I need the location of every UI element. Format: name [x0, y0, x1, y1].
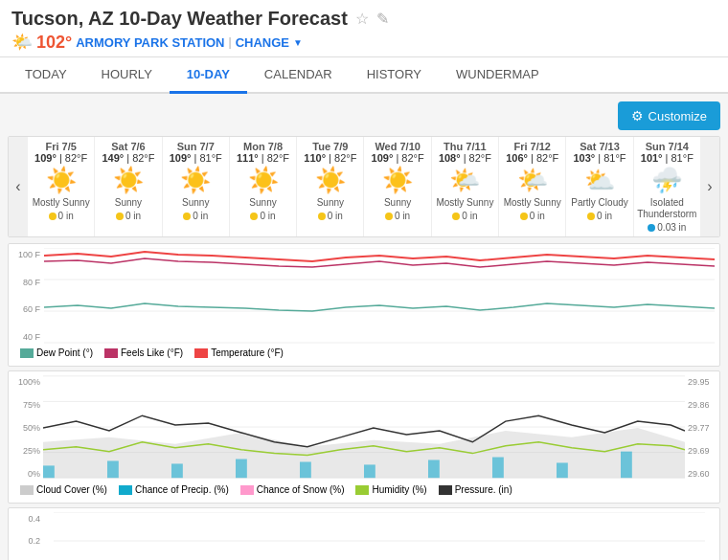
customize-row: ⚙ Customize	[8, 101, 720, 130]
weather-desc-0: Mostly Sunny	[30, 197, 92, 209]
weather-icon-0: ☀️	[30, 166, 92, 195]
precip-chart-area: 100% 75% 50% 25% 0%	[8, 370, 720, 504]
weather-icon-4: ☀️	[299, 166, 361, 195]
legend-dew-label: Dew Point (°)	[36, 347, 93, 358]
edit-icon[interactable]: ✎	[376, 10, 389, 28]
weather-desc-8: Partly Cloudy	[568, 197, 630, 209]
day-col-5: Wed 7/10 109° | 82°F ☀️ Sunny 0 in	[364, 137, 431, 236]
day-date-6: Thu 7/11	[434, 141, 496, 152]
tab-wundermap[interactable]: WUNDERMAP	[439, 57, 557, 94]
day-temps-9: 101° | 81°F	[636, 152, 698, 164]
favorite-icon[interactable]: ☆	[355, 10, 369, 28]
precip-val-6: 0 in	[462, 211, 477, 221]
day-date-3: Mon 7/8	[232, 141, 294, 152]
legend-cloud-label: Cloud Cover (%)	[36, 484, 107, 495]
legend-humidity-label: Humidity (%)	[372, 484, 426, 495]
prev-arrow[interactable]: ‹	[9, 137, 28, 236]
precip-val-4: 0 in	[328, 211, 343, 221]
station-name[interactable]: ARMORY PARK STATION	[76, 35, 224, 50]
svg-rect-13	[236, 459, 247, 479]
days-grid: Fri 7/5 109° | 82°F ☀️ Mostly Sunny 0 in…	[28, 137, 700, 236]
day-col-3: Mon 7/8 111° | 82°F ☀️ Sunny 0 in	[230, 137, 297, 236]
precip-val-8: 0 in	[597, 211, 612, 221]
day-temps-6: 108° | 82°F	[434, 152, 496, 164]
day-date-2: Sun 7/7	[165, 141, 227, 152]
day-temps-0: 109° | 82°F	[30, 152, 92, 164]
legend-pressure-color	[439, 485, 452, 495]
weather-icon-5: ☀️	[366, 166, 428, 195]
svg-rect-17	[492, 458, 504, 479]
precip-val-2: 0 in	[193, 211, 208, 221]
day-temps-8: 103° | 81°F	[568, 152, 630, 164]
svg-rect-15	[364, 464, 375, 478]
day-temps-1: 149° | 82°F	[97, 152, 159, 164]
day-temps-4: 110° | 82°F	[299, 152, 361, 164]
pipe-divider: |	[229, 35, 232, 49]
temp-y-axis: 100 F 80 F 60 F 40 F	[12, 248, 43, 344]
precip-val-5: 0 in	[395, 211, 410, 221]
legend-feels-color	[104, 348, 118, 358]
temp-chart-svg-container	[43, 248, 716, 344]
tab-10day[interactable]: 10-DAY	[170, 57, 247, 94]
precip-y-axis: 100% 75% 50% 25% 0%	[12, 375, 43, 481]
weather-desc-4: Sunny	[299, 197, 361, 209]
precip-dot-7	[520, 213, 528, 220]
rain-y-axis: 0.4 0.2 0	[12, 512, 43, 560]
day-date-9: Sun 7/14	[636, 141, 698, 152]
precip-chart-svg-container	[43, 375, 685, 481]
weather-desc-5: Sunny	[366, 197, 428, 209]
day-date-7: Fri 7/12	[501, 141, 563, 152]
legend-feels-label: Feels Like (°F)	[121, 347, 183, 358]
weather-icon-1: ☀️	[97, 166, 159, 195]
precip-val-1: 0 in	[125, 211, 141, 221]
precip-dot-2	[183, 213, 191, 220]
change-station-link[interactable]: CHANGE	[236, 35, 289, 50]
legend-dew-color	[20, 348, 34, 358]
precip-dot-0	[49, 213, 57, 220]
precip-y-axis-right: 29.95 29.86 29.77 29.69 29.60	[685, 375, 716, 481]
weather-desc-3: Sunny	[232, 197, 294, 209]
day-date-0: Fri 7/5	[30, 141, 92, 152]
day-col-8: Sat 7/13 103° | 81°F ⛅ Partly Cloudy 0 i…	[566, 137, 633, 236]
weather-icon-3: ☀️	[232, 166, 294, 195]
legend-snow-color	[240, 485, 254, 495]
day-date-1: Sat 7/6	[97, 141, 159, 152]
rain-chart-area: 0.4 0.2 0 Precip. Accum. Total (in)	[8, 507, 720, 560]
day-col-4: Tue 7/9 110° | 82°F ☀️ Sunny 0 in	[297, 137, 364, 236]
legend-snow-label: Chance of Snow (%)	[257, 484, 345, 495]
legend-pressure-label: Pressure. (in)	[455, 484, 512, 495]
precip-chart-legend: Cloud Cover (%) Chance of Precip. (%) Ch…	[12, 481, 716, 499]
precip-val-3: 0 in	[260, 211, 275, 221]
weather-desc-6: Mostly Sunny	[434, 197, 496, 209]
precip-dot-8	[587, 213, 595, 220]
precip-val-9: 0.03 in	[657, 222, 686, 233]
precip-dot-1	[116, 213, 124, 220]
svg-rect-14	[300, 461, 311, 478]
day-col-7: Fri 7/12 106° | 82°F 🌤️ Mostly Sunny 0 i…	[499, 137, 566, 236]
chevron-down-icon: ▼	[293, 37, 303, 48]
day-date-8: Sat 7/13	[568, 141, 630, 152]
precip-val-0: 0 in	[58, 211, 74, 221]
temp-chart-svg	[43, 248, 716, 344]
weather-icon-6: 🌤️	[434, 166, 496, 195]
weather-icon-2: ☀️	[165, 166, 227, 195]
day-col-9: Sun 7/14 101° | 81°F ⛈️ Isolated Thunder…	[634, 137, 700, 236]
tab-hourly[interactable]: HOURLY	[84, 57, 170, 94]
legend-cloud-color	[20, 485, 34, 495]
tab-calendar[interactable]: CALENDAR	[247, 57, 350, 94]
page-header: Tucson, AZ 10-Day Weather Forecast ☆ ✎ 🌤…	[0, 0, 728, 57]
legend-precip-label: Chance of Precip. (%)	[135, 484, 229, 495]
weather-icon-9: ⛈️	[636, 166, 698, 195]
day-temps-3: 111° | 82°F	[232, 152, 294, 164]
legend-precip-color	[119, 485, 132, 495]
customize-button[interactable]: ⚙ Customize	[618, 101, 720, 130]
svg-rect-19	[621, 452, 632, 479]
tab-history[interactable]: HISTORY	[350, 57, 439, 94]
day-temps-7: 106° | 82°F	[501, 152, 563, 164]
tab-today[interactable]: TODAY	[8, 57, 84, 94]
legend-humidity-color	[355, 485, 369, 495]
forecast-strip: ‹ Fri 7/5 109° | 82°F ☀️ Mostly Sunny 0 …	[8, 136, 720, 237]
legend-temp-color	[194, 348, 208, 358]
precip-chart-svg	[43, 375, 685, 481]
next-arrow[interactable]: ›	[700, 137, 719, 236]
